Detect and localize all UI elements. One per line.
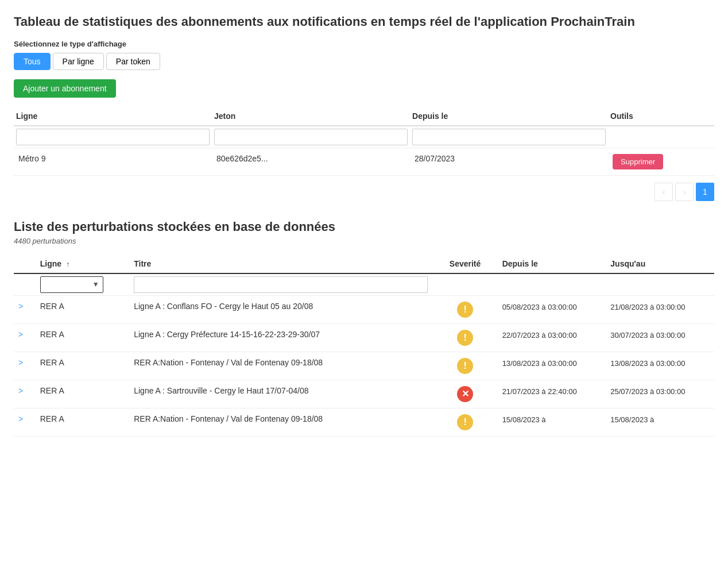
pert-titre: RER A:Nation - Fontenay / Val de Fontena… xyxy=(129,352,432,380)
col-header-severite: Severité xyxy=(432,254,497,273)
display-type-section: Sélectionnez le type d'affichage Tous Pa… xyxy=(14,40,714,70)
severity-warning-icon: ! xyxy=(457,330,473,346)
severity-warning-icon: ! xyxy=(457,358,473,374)
subscriptions-section: Ligne Jeton Depuis le Outils Métro 9 80e… xyxy=(14,107,714,201)
subscription-row: Métro 9 80e626d2e5... 28/07/2023 Supprim… xyxy=(14,148,714,175)
tab-tous[interactable]: Tous xyxy=(14,53,51,70)
subscriptions-header-row: Ligne Jeton Depuis le Outils xyxy=(14,107,714,126)
severity-error-icon: ✕ xyxy=(457,386,473,402)
expand-button[interactable]: > xyxy=(18,358,23,367)
col-header-titre: Titre xyxy=(129,254,432,273)
pert-titre: Ligne A : Conflans FO - Cergy le Haut 05… xyxy=(129,295,432,323)
pert-jusqua: 21/08/2023 à 03:00:00 xyxy=(606,295,714,323)
pert-titre: Ligne A : Sartrouville - Cergy le Haut 1… xyxy=(129,380,432,408)
pagination: ‹ › 1 xyxy=(14,183,714,201)
subscriptions-filter-row xyxy=(14,126,714,148)
sub-depuis: 28/07/2023 xyxy=(410,148,608,175)
col-header-ligne: Ligne xyxy=(14,107,212,126)
severity-warning-icon: ! xyxy=(457,414,473,430)
severity-warning-icon: ! xyxy=(457,302,473,318)
pert-titre: Ligne A : Cergy Préfecture 14-15-16-22-2… xyxy=(129,323,432,352)
pert-depuis: 21/07/2023 à 22:40:00 xyxy=(498,380,606,408)
perturbations-title: Liste des perturbations stockées en base… xyxy=(14,219,714,234)
tab-group: Tous Par ligne Par token xyxy=(14,53,714,70)
col-header-depuis-pert: Depuis le xyxy=(498,254,606,273)
tab-par-ligne[interactable]: Par ligne xyxy=(53,53,104,70)
col-header-outils: Outils xyxy=(608,107,714,126)
perturbations-count: 4480 perturbations xyxy=(14,237,714,245)
perturbation-row: > RER A RER A:Nation - Fontenay / Val de… xyxy=(14,408,714,436)
pert-ligne: RER A xyxy=(36,380,130,408)
pert-titre: RER A:Nation - Fontenay / Val de Fontena… xyxy=(129,408,432,436)
pert-jusqua: 30/07/2023 à 03:00:00 xyxy=(606,323,714,352)
subscriptions-table: Ligne Jeton Depuis le Outils Métro 9 80e… xyxy=(14,107,714,176)
filter-depuis-input[interactable] xyxy=(412,129,606,145)
pagination-prev[interactable]: ‹ xyxy=(655,183,673,201)
col-header-jeton: Jeton xyxy=(212,107,410,126)
col-header-jusqua: Jusqu'au xyxy=(606,254,714,273)
expand-button[interactable]: > xyxy=(18,302,23,311)
col-header-expand xyxy=(14,254,36,273)
chevron-down-icon: ▼ xyxy=(89,280,103,288)
filter-jeton-input[interactable] xyxy=(214,129,408,145)
page-title: Tableau de statistiques des abonnements … xyxy=(14,14,714,30)
col-header-ligne-pert[interactable]: Ligne ↑ xyxy=(36,254,130,273)
expand-button[interactable]: > xyxy=(18,330,23,339)
perturbation-row: > RER A Ligne A : Cergy Préfecture 14-15… xyxy=(14,323,714,352)
add-subscription-button[interactable]: Ajouter un abonnement xyxy=(14,79,116,98)
pert-ligne: RER A xyxy=(36,323,130,352)
tab-par-token[interactable]: Par token xyxy=(106,53,160,70)
expand-button[interactable]: > xyxy=(18,386,23,395)
delete-button[interactable]: Supprimer xyxy=(613,154,663,169)
pert-jusqua: 13/08/2023 à 03:00:00 xyxy=(606,352,714,380)
filter-ligne-select[interactable] xyxy=(41,277,89,292)
perturbations-header-row: Ligne ↑ Titre Severité Depuis le Jusqu'a… xyxy=(14,254,714,273)
filter-ligne-select-wrapper: ▼ xyxy=(40,276,103,293)
sub-ligne: Métro 9 xyxy=(14,148,212,175)
perturbation-row: > RER A RER A:Nation - Fontenay / Val de… xyxy=(14,352,714,380)
pert-jusqua: 15/08/2023 à xyxy=(606,408,714,436)
pert-depuis: 15/08/2023 à xyxy=(498,408,606,436)
pert-jusqua: 25/07/2023 à 03:00:00 xyxy=(606,380,714,408)
pagination-page-1[interactable]: 1 xyxy=(696,183,714,201)
expand-button[interactable]: > xyxy=(18,414,23,423)
pert-depuis: 13/08/2023 à 03:00:00 xyxy=(498,352,606,380)
display-type-label: Sélectionnez le type d'affichage xyxy=(14,40,714,48)
perturbation-row: > RER A Ligne A : Conflans FO - Cergy le… xyxy=(14,295,714,323)
sub-jeton: 80e626d2e5... xyxy=(212,148,410,175)
pert-ligne: RER A xyxy=(36,352,130,380)
perturbations-filter-row: ▼ xyxy=(14,273,714,296)
filter-ligne-input[interactable] xyxy=(16,129,210,145)
pert-depuis: 05/08/2023 à 03:00:00 xyxy=(498,295,606,323)
pert-depuis: 22/07/2023 à 03:00:00 xyxy=(498,323,606,352)
filter-titre-input[interactable] xyxy=(134,276,428,293)
pert-ligne: RER A xyxy=(36,295,130,323)
pert-ligne: RER A xyxy=(36,408,130,436)
perturbation-row: > RER A Ligne A : Sartrouville - Cergy l… xyxy=(14,380,714,408)
pagination-next[interactable]: › xyxy=(675,183,694,201)
sort-arrow-ligne: ↑ xyxy=(66,260,69,268)
perturbations-section: Liste des perturbations stockées en base… xyxy=(14,219,714,437)
col-header-depuis: Depuis le xyxy=(410,107,608,126)
perturbations-table: Ligne ↑ Titre Severité Depuis le Jusqu'a… xyxy=(14,254,714,437)
